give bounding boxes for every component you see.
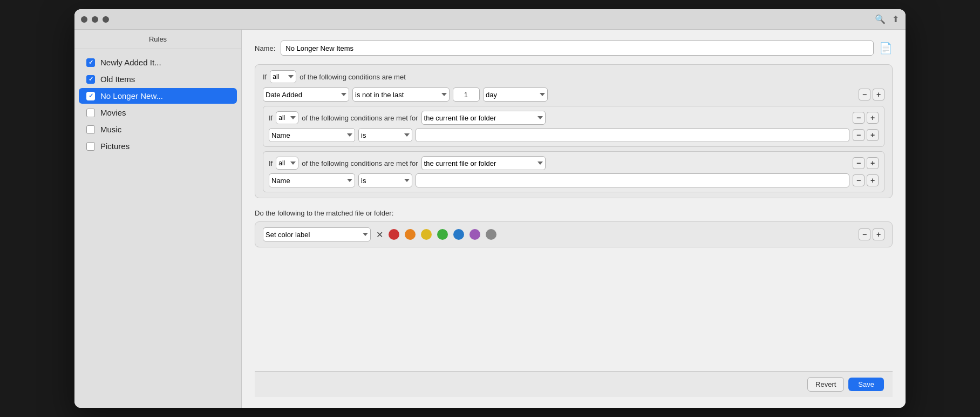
document-icon: 📄 bbox=[879, 42, 893, 55]
sidebar-item-movies[interactable]: Movies bbox=[79, 105, 237, 120]
nested1-if-label: If bbox=[269, 114, 273, 122]
sidebar-item-label: Music bbox=[100, 125, 121, 134]
sidebar-item-label: No Longer New... bbox=[100, 91, 163, 100]
sidebar-item-label: Pictures bbox=[100, 142, 130, 151]
action-pm: − + bbox=[859, 228, 884, 240]
nested2-condition-row: Name Date Added Kind is is not contains … bbox=[269, 173, 879, 187]
nested2-target-select[interactable]: the current file or folder any child all… bbox=[421, 156, 546, 170]
nested1-if-pm: − + bbox=[853, 112, 879, 124]
nested1-row-minus[interactable]: − bbox=[853, 129, 865, 141]
nested2-row-pm: − + bbox=[853, 174, 879, 186]
date-added-row: Date Added Name Kind Size is not in the … bbox=[263, 88, 884, 102]
date-row-plus[interactable]: + bbox=[873, 89, 884, 100]
nested2-value-input[interactable] bbox=[416, 173, 849, 187]
date-row-minus[interactable]: − bbox=[859, 89, 870, 100]
nested1-qualifier-select[interactable]: all any bbox=[276, 111, 298, 124]
share-icon[interactable]: ⬆ bbox=[892, 14, 899, 24]
action-row: Set color label Move to Trash Label ✕ − … bbox=[255, 221, 893, 247]
color-clear-button[interactable]: ✕ bbox=[376, 230, 383, 240]
nested2-if-pm: − + bbox=[853, 157, 879, 169]
name-input[interactable] bbox=[281, 41, 874, 56]
nested2-field-select[interactable]: Name Date Added Kind bbox=[269, 173, 355, 187]
top-qualifier-select[interactable]: all any none bbox=[270, 70, 296, 83]
nested2-operator-select[interactable]: is is not contains bbox=[358, 173, 412, 187]
traffic-close[interactable] bbox=[81, 16, 87, 23]
sidebar-item-newly-added[interactable]: Newly Added It... bbox=[79, 55, 237, 70]
nested1-row-plus[interactable]: + bbox=[867, 129, 879, 141]
action-minus[interactable]: − bbox=[859, 228, 870, 240]
color-red[interactable] bbox=[389, 229, 399, 240]
color-gray[interactable] bbox=[486, 229, 496, 240]
checkbox-pictures[interactable] bbox=[86, 142, 95, 151]
checkbox-no-longer-new[interactable] bbox=[86, 92, 95, 100]
if-label: If bbox=[263, 73, 267, 81]
nested1-for-label: of the following conditions are met for bbox=[302, 114, 418, 122]
date-row-pm: − + bbox=[859, 89, 884, 100]
nested2-if-plus[interactable]: + bbox=[867, 157, 879, 169]
nested1-field-select[interactable]: Name Date Added Kind bbox=[269, 128, 355, 142]
nested1-value-input[interactable] bbox=[416, 128, 849, 142]
sidebar-item-no-longer-new[interactable]: No Longer New... bbox=[79, 88, 237, 104]
nested1-target-select[interactable]: the current file or folder any child all… bbox=[421, 111, 546, 125]
nested2-qualifier-select[interactable]: all any bbox=[276, 157, 298, 170]
nested2-if-label: If bbox=[269, 159, 273, 167]
content-area: Rules Newly Added It... Old Items No Lon… bbox=[74, 30, 906, 408]
checkbox-music[interactable] bbox=[86, 125, 95, 134]
action-label: Do the following to the matched file or … bbox=[255, 209, 893, 217]
name-label: Name: bbox=[255, 44, 275, 52]
nested1-if-row: If all any of the following conditions a… bbox=[269, 111, 879, 125]
sidebar-item-label: Newly Added It... bbox=[100, 58, 161, 67]
color-yellow[interactable] bbox=[421, 229, 432, 240]
conditions-block: If all any none of the following conditi… bbox=[255, 64, 893, 198]
checkbox-newly-added[interactable] bbox=[86, 58, 95, 67]
sidebar: Rules Newly Added It... Old Items No Lon… bbox=[74, 30, 242, 408]
main-panel: Name: 📄 If all any none of the following… bbox=[242, 30, 906, 408]
nested-block-1: If all any of the following conditions a… bbox=[263, 106, 884, 147]
nested1-if-minus[interactable]: − bbox=[853, 112, 865, 124]
revert-button[interactable]: Revert bbox=[807, 377, 844, 392]
conditions-met-label: of the following conditions are met bbox=[300, 73, 406, 81]
name-row: Name: 📄 bbox=[255, 41, 893, 56]
top-if-row: If all any none of the following conditi… bbox=[263, 70, 884, 83]
nested2-if-minus[interactable]: − bbox=[853, 157, 865, 169]
sidebar-header: Rules bbox=[74, 30, 241, 49]
color-green[interactable] bbox=[437, 229, 448, 240]
nested1-if-plus[interactable]: + bbox=[867, 112, 879, 124]
sidebar-item-label: Movies bbox=[100, 108, 126, 117]
action-plus[interactable]: + bbox=[873, 228, 884, 240]
action-select[interactable]: Set color label Move to Trash Label bbox=[263, 227, 371, 241]
sidebar-item-pictures[interactable]: Pictures bbox=[79, 138, 237, 154]
checkbox-old-items[interactable] bbox=[86, 75, 95, 84]
color-orange[interactable] bbox=[405, 229, 416, 240]
titlebar-icons: 🔍 ⬆ bbox=[875, 14, 899, 24]
traffic-minimize[interactable] bbox=[92, 16, 98, 23]
sidebar-list: Newly Added It... Old Items No Longer Ne… bbox=[74, 49, 241, 408]
checkbox-movies[interactable] bbox=[86, 109, 95, 117]
sidebar-item-label: Old Items bbox=[100, 75, 135, 84]
nested1-condition-row: Name Date Added Kind is is not contains … bbox=[269, 128, 879, 142]
save-button[interactable]: Save bbox=[848, 378, 884, 391]
sidebar-item-old-items[interactable]: Old Items bbox=[79, 71, 237, 87]
field-select-date[interactable]: Date Added Name Kind Size bbox=[263, 88, 349, 102]
nested1-row-pm: − + bbox=[853, 129, 879, 141]
nested2-if-row: If all any of the following conditions a… bbox=[269, 156, 879, 170]
nested2-for-label: of the following conditions are met for bbox=[302, 159, 418, 167]
nested-block-2: If all any of the following conditions a… bbox=[263, 151, 884, 192]
color-blue[interactable] bbox=[453, 229, 464, 240]
color-purple[interactable] bbox=[469, 229, 480, 240]
traffic-fullscreen[interactable] bbox=[103, 16, 109, 23]
value-input-date[interactable] bbox=[453, 88, 480, 102]
action-section: Do the following to the matched file or … bbox=[255, 209, 893, 247]
search-icon[interactable]: 🔍 bbox=[875, 14, 886, 24]
nested2-row-minus[interactable]: − bbox=[853, 174, 865, 186]
sidebar-item-music[interactable]: Music bbox=[79, 122, 237, 137]
unit-select-date[interactable]: day week month bbox=[483, 88, 548, 102]
nested2-row-plus[interactable]: + bbox=[867, 174, 879, 186]
operator-select-date[interactable]: is not in the last is in the last is bef… bbox=[352, 88, 450, 102]
nested1-operator-select[interactable]: is is not contains bbox=[358, 128, 412, 142]
footer: Revert Save bbox=[255, 371, 893, 397]
main-window: 🔍 ⬆ Rules Newly Added It... Old Items No… bbox=[74, 9, 906, 408]
titlebar: 🔍 ⬆ bbox=[74, 9, 906, 30]
